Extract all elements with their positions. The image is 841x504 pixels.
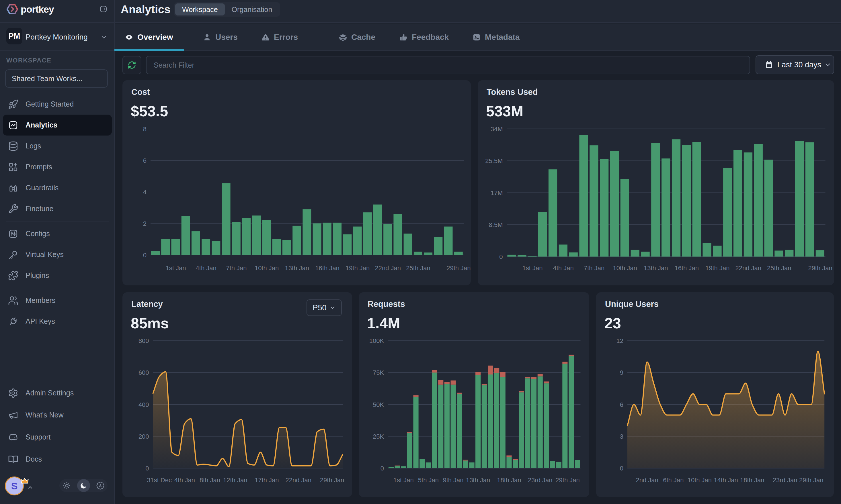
svg-text:1st Jan: 1st Jan	[522, 265, 543, 272]
svg-text:22nd Jan: 22nd Jan	[375, 265, 401, 272]
svg-text:25th Jan: 25th Jan	[406, 265, 430, 272]
svg-text:6th Jan: 6th Jan	[663, 476, 684, 484]
svg-text:29th Jan: 29th Jan	[446, 265, 471, 272]
svg-text:200: 200	[139, 433, 149, 440]
svg-text:0: 0	[620, 465, 624, 472]
svg-text:3: 3	[620, 433, 624, 440]
svg-text:10th Jan: 10th Jan	[255, 265, 279, 272]
svg-text:0: 0	[145, 465, 149, 472]
svg-text:1st Jan: 1st Jan	[166, 265, 186, 272]
svg-text:25th Jan: 25th Jan	[767, 265, 791, 272]
svg-text:10th Jan: 10th Jan	[613, 265, 637, 272]
svg-text:29th Jan: 29th Jan	[799, 476, 823, 484]
svg-text:0: 0	[381, 465, 384, 472]
svg-text:22nd Jan: 22nd Jan	[285, 476, 311, 484]
svg-text:17th Jan: 17th Jan	[255, 476, 279, 484]
svg-text:1st Jan: 1st Jan	[393, 476, 414, 484]
svg-text:4th Jan: 4th Jan	[553, 265, 574, 272]
svg-text:31st Dec: 31st Dec	[147, 476, 172, 484]
svg-text:14th Jan: 14th Jan	[714, 476, 738, 484]
svg-text:16th Jan: 16th Jan	[315, 265, 339, 272]
svg-text:50K: 50K	[373, 401, 384, 408]
svg-text:10th Jan: 10th Jan	[688, 476, 712, 484]
svg-text:29th Jan: 29th Jan	[556, 476, 579, 484]
svg-text:29th Jan: 29th Jan	[320, 476, 344, 484]
svg-text:8th Jan: 8th Jan	[199, 476, 220, 484]
svg-text:5th Jan: 5th Jan	[418, 476, 439, 484]
svg-text:9th Jan: 9th Jan	[443, 476, 463, 484]
svg-text:600: 600	[139, 369, 149, 376]
svg-text:9: 9	[620, 369, 624, 376]
svg-text:2nd Jan: 2nd Jan	[636, 476, 658, 484]
svg-text:7th Jan: 7th Jan	[584, 265, 605, 272]
svg-text:18th Jan: 18th Jan	[497, 476, 521, 484]
svg-text:2: 2	[143, 220, 146, 227]
svg-text:13th Jan: 13th Jan	[466, 476, 490, 484]
svg-text:12: 12	[616, 337, 623, 344]
svg-text:25K: 25K	[373, 433, 384, 440]
svg-text:4th Jan: 4th Jan	[174, 476, 195, 484]
svg-text:7th Jan: 7th Jan	[226, 265, 247, 272]
svg-text:6: 6	[143, 157, 146, 164]
svg-text:25.5M: 25.5M	[485, 157, 503, 164]
svg-text:0: 0	[143, 252, 146, 259]
svg-text:17M: 17M	[491, 190, 503, 197]
svg-text:13th Jan: 13th Jan	[644, 265, 668, 272]
svg-text:8: 8	[143, 126, 146, 133]
svg-text:100K: 100K	[369, 337, 384, 344]
svg-text:19th Jan: 19th Jan	[705, 265, 730, 272]
svg-text:23rd Jan: 23rd Jan	[773, 476, 798, 484]
svg-text:29th Jan: 29th Jan	[808, 265, 832, 272]
svg-text:12th Jan: 12th Jan	[223, 476, 247, 484]
svg-text:400: 400	[139, 401, 149, 408]
svg-text:18th Jan: 18th Jan	[740, 476, 764, 484]
svg-text:75K: 75K	[373, 369, 384, 376]
svg-text:800: 800	[139, 337, 149, 344]
svg-text:0: 0	[499, 253, 503, 260]
svg-text:23rd Jan: 23rd Jan	[528, 476, 553, 484]
svg-text:6: 6	[620, 401, 624, 408]
svg-text:16th Jan: 16th Jan	[674, 265, 699, 272]
svg-text:34M: 34M	[491, 126, 503, 133]
svg-text:8.5M: 8.5M	[489, 221, 503, 228]
svg-text:19th Jan: 19th Jan	[346, 265, 370, 272]
svg-text:4: 4	[143, 188, 146, 196]
svg-text:13th Jan: 13th Jan	[285, 265, 309, 272]
svg-text:4th Jan: 4th Jan	[196, 265, 216, 272]
svg-text:22nd Jan: 22nd Jan	[735, 265, 761, 272]
